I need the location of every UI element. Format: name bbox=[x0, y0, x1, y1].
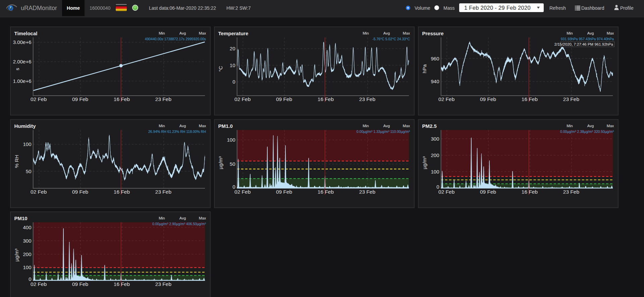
svg-text:Max: Max bbox=[199, 124, 206, 128]
svg-text:09 Feb: 09 Feb bbox=[72, 96, 88, 102]
svg-text:16 Feb: 16 Feb bbox=[114, 96, 130, 102]
svg-text:Avg: Avg bbox=[179, 124, 186, 128]
svg-text:100: 100 bbox=[227, 137, 235, 143]
svg-text:09 Feb: 09 Feb bbox=[480, 96, 496, 102]
svg-text:Avg: Avg bbox=[179, 216, 186, 220]
svg-text:Max: Max bbox=[607, 31, 614, 35]
svg-text:PM10: PM10 bbox=[14, 215, 28, 221]
svg-text:0.00µg/m³ 1.33µg/m³ 110.00µg/m: 0.00µg/m³ 1.33µg/m³ 110.00µg/m³ bbox=[357, 130, 410, 134]
svg-text:3.00e+6: 3.00e+6 bbox=[13, 39, 32, 45]
svg-text:940: 940 bbox=[431, 79, 439, 84]
svg-text:50: 50 bbox=[26, 168, 32, 174]
svg-text:0.00µg/m³ 2.90µg/m³ 406.50µg/m: 0.00µg/m³ 2.90µg/m³ 406.50µg/m³ bbox=[152, 222, 206, 226]
svg-text:09 Feb: 09 Feb bbox=[480, 189, 496, 195]
svg-text:-5.76°C 5.02°C 24.33°C: -5.76°C 5.02°C 24.33°C bbox=[372, 37, 410, 41]
svg-text:Humidity: Humidity bbox=[14, 123, 36, 129]
svg-text:s: s bbox=[14, 68, 20, 70]
svg-text:490440.00s 1738872.17s 2995920: 490440.00s 1738872.17s 2995920.00s bbox=[145, 37, 206, 41]
svg-text:Min: Min bbox=[567, 31, 573, 35]
svg-text:23 Feb: 23 Feb bbox=[359, 189, 375, 195]
svg-text:µg/m³: µg/m³ bbox=[14, 249, 19, 262]
svg-text:200: 200 bbox=[23, 251, 31, 257]
svg-text:10: 10 bbox=[230, 62, 235, 68]
svg-text:Avg: Avg bbox=[587, 124, 594, 128]
svg-text:Pressure: Pressure bbox=[422, 31, 444, 36]
svg-text:16 Feb: 16 Feb bbox=[114, 189, 130, 195]
svg-text:23 Feb: 23 Feb bbox=[359, 96, 375, 102]
svg-text:2/15/2020, 7:27:46 PM 961.92hP: 2/15/2020, 7:27:46 PM 961.92hPa bbox=[554, 42, 613, 46]
svg-text:% RH: % RH bbox=[14, 155, 19, 168]
svg-text:Max: Max bbox=[199, 216, 206, 220]
svg-text:931.93hPa 957.43hPa 974.40hPa: 931.93hPa 957.43hPa 974.40hPa bbox=[561, 37, 614, 41]
svg-text:1.00e+6: 1.00e+6 bbox=[13, 78, 32, 84]
svg-text:0: 0 bbox=[232, 79, 235, 85]
svg-text:0.00µg/m³ 2.38µg/m³ 320.50µg/m: 0.00µg/m³ 2.38µg/m³ 320.50µg/m³ bbox=[560, 130, 614, 134]
svg-text:300: 300 bbox=[431, 136, 439, 142]
svg-text:09 Feb: 09 Feb bbox=[276, 96, 292, 102]
svg-text:Min: Min bbox=[363, 31, 369, 35]
svg-text:400: 400 bbox=[23, 225, 31, 230]
svg-text:200: 200 bbox=[431, 152, 439, 158]
svg-text:50: 50 bbox=[230, 161, 235, 167]
svg-text:02 Feb: 02 Feb bbox=[31, 96, 47, 102]
svg-text:Timelocal: Timelocal bbox=[14, 31, 38, 36]
svg-text:16 Feb: 16 Feb bbox=[522, 96, 538, 102]
svg-text:°C: °C bbox=[218, 66, 223, 71]
svg-text:µg/m³: µg/m³ bbox=[218, 156, 223, 169]
svg-text:100: 100 bbox=[23, 264, 31, 270]
svg-text:23 Feb: 23 Feb bbox=[155, 96, 171, 102]
svg-text:Max: Max bbox=[403, 124, 410, 128]
svg-text:Min: Min bbox=[567, 124, 573, 128]
svg-text:PM1.0: PM1.0 bbox=[218, 123, 233, 129]
svg-text:09 Feb: 09 Feb bbox=[72, 189, 88, 195]
svg-text:Max: Max bbox=[199, 31, 206, 35]
svg-text:02 Feb: 02 Feb bbox=[234, 96, 251, 102]
svg-text:16 Feb: 16 Feb bbox=[114, 281, 130, 287]
svg-text:16 Feb: 16 Feb bbox=[318, 189, 334, 195]
svg-text:23 Feb: 23 Feb bbox=[563, 96, 579, 102]
svg-text:Min: Min bbox=[159, 216, 165, 220]
svg-text:23 Feb: 23 Feb bbox=[155, 189, 171, 195]
svg-text:Avg: Avg bbox=[383, 31, 390, 35]
svg-text:Avg: Avg bbox=[383, 124, 390, 128]
svg-text:µg/m³: µg/m³ bbox=[422, 156, 427, 169]
svg-text:Min: Min bbox=[363, 124, 369, 128]
svg-text:02 Feb: 02 Feb bbox=[31, 281, 47, 287]
svg-text:20: 20 bbox=[230, 46, 235, 51]
svg-text:23 Feb: 23 Feb bbox=[563, 189, 579, 195]
svg-text:16 Feb: 16 Feb bbox=[318, 96, 334, 102]
svg-text:Min: Min bbox=[159, 31, 165, 35]
svg-text:02 Feb: 02 Feb bbox=[438, 96, 454, 102]
svg-text:100: 100 bbox=[23, 141, 31, 147]
svg-text:Max: Max bbox=[403, 31, 410, 35]
svg-text:Min: Min bbox=[159, 124, 165, 128]
svg-text:23 Feb: 23 Feb bbox=[155, 281, 171, 287]
svg-text:Max: Max bbox=[607, 124, 614, 128]
svg-text:Avg: Avg bbox=[179, 31, 186, 35]
svg-text:09 Feb: 09 Feb bbox=[72, 281, 88, 287]
svg-text:02 Feb: 02 Feb bbox=[438, 189, 454, 195]
svg-text:09 Feb: 09 Feb bbox=[276, 189, 292, 195]
svg-text:2.00e+6: 2.00e+6 bbox=[13, 59, 32, 64]
svg-text:02 Feb: 02 Feb bbox=[31, 189, 47, 195]
svg-text:26.94% RH 61.23% RH 118.00% RH: 26.94% RH 61.23% RH 118.00% RH bbox=[148, 130, 206, 134]
svg-text:hPa: hPa bbox=[422, 64, 427, 73]
svg-text:Avg: Avg bbox=[587, 31, 594, 35]
svg-text:100: 100 bbox=[431, 169, 439, 175]
svg-text:960: 960 bbox=[431, 56, 439, 61]
svg-text:02 Feb: 02 Feb bbox=[234, 189, 251, 195]
svg-text:16 Feb: 16 Feb bbox=[522, 189, 538, 195]
svg-text:Temperature: Temperature bbox=[218, 31, 249, 36]
svg-text:PM2.5: PM2.5 bbox=[422, 123, 437, 129]
svg-text:300: 300 bbox=[23, 238, 31, 244]
